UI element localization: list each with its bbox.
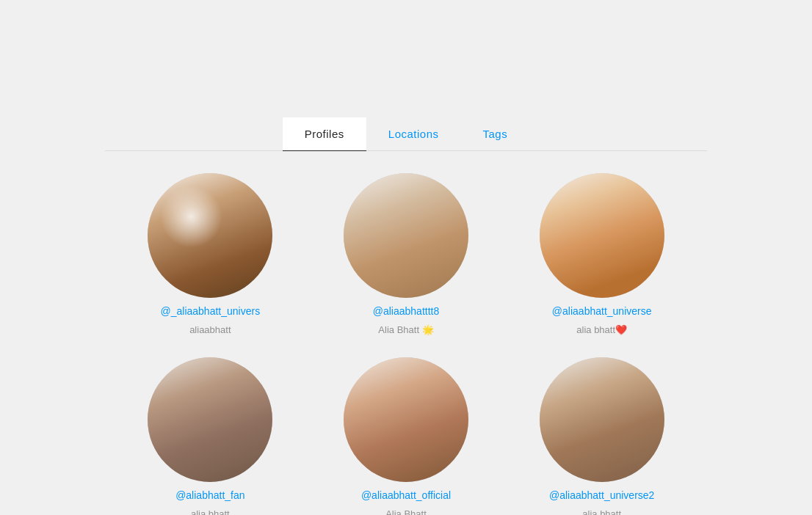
profile-card[interactable]: @aliabhatt_fanalia bhatt: [120, 357, 301, 515]
profile-card[interactable]: @aliaabhatt_universe2alia bhatt: [511, 357, 692, 515]
profile-username: @aliaabhatt_universe: [552, 305, 652, 317]
avatar-image: [540, 357, 664, 482]
profile-name: alia bhatt: [191, 508, 230, 515]
avatar-image: [344, 173, 468, 298]
profile-card[interactable]: @aliaabhatt_officialAlia Bhatt: [316, 357, 497, 515]
profile-name: Alia Bhatt: [385, 508, 427, 515]
profile-card[interactable]: @_aliaabhatt_universaliaabhatt: [120, 173, 301, 335]
avatar: [344, 173, 468, 298]
profile-card[interactable]: @aliaabhatt_universealia bhatt❤️: [511, 173, 692, 335]
avatar: [148, 173, 272, 298]
profile-name: Alia Bhatt 🌟: [378, 324, 433, 335]
profile-username: @_aliaabhatt_univers: [161, 305, 261, 317]
avatar: [148, 357, 272, 482]
tabs-container: Profiles Locations Tags: [105, 117, 707, 151]
avatar-image: [344, 357, 468, 482]
tab-profiles[interactable]: Profiles: [283, 117, 366, 151]
avatar-image: [540, 173, 664, 298]
tab-tags[interactable]: Tags: [461, 117, 530, 150]
profile-name: aliaabhatt: [189, 324, 231, 335]
profile-username: @aliaabhatt_universe2: [549, 489, 654, 501]
avatar-image: [148, 357, 272, 482]
avatar-image: [148, 173, 272, 298]
profile-name: alia bhatt: [582, 508, 621, 515]
profile-username: @aliabhatt_fan: [175, 489, 244, 501]
profile-card[interactable]: @aliaabhatttt8Alia Bhatt 🌟: [316, 173, 497, 335]
tab-locations[interactable]: Locations: [366, 117, 461, 150]
avatar: [540, 357, 664, 482]
profile-name: alia bhatt❤️: [576, 324, 627, 335]
profile-username: @aliaabhatttt8: [373, 305, 440, 317]
profiles-grid: @_aliaabhatt_universaliaabhatt@aliaabhat…: [105, 151, 707, 515]
avatar: [344, 357, 468, 482]
avatar: [540, 173, 664, 298]
profile-username: @aliaabhatt_official: [361, 489, 451, 501]
